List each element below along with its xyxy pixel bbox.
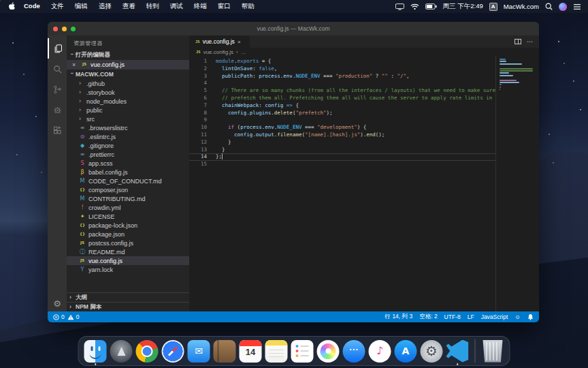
dock-icon-itunes[interactable]: ♪	[369, 340, 391, 363]
breadcrumb-file[interactable]: vue.config.js	[203, 49, 233, 55]
menu-item-8[interactable]: 窗口	[212, 2, 236, 11]
encoding[interactable]: UTF-8	[444, 313, 461, 320]
project-root-section[interactable]: › MACWK.COM	[67, 70, 189, 79]
tree-file-crowdin.yml[interactable]: !crowdin.yml	[67, 203, 189, 212]
split-editor-icon[interactable]	[514, 39, 521, 44]
dock-icon-appstore[interactable]: A	[395, 340, 417, 363]
indentation[interactable]: 空格: 2	[419, 313, 437, 321]
problems-errors[interactable]: 0	[53, 313, 65, 320]
tree-folder-.github[interactable]: ›.github	[67, 79, 189, 88]
file-name: composer.json	[88, 187, 128, 194]
tree-file-app.scss[interactable]: Sapp.scss	[67, 159, 189, 168]
code-line-5: 5 // There are so many chunks (from all …	[189, 87, 539, 95]
dock-icon-reminders[interactable]	[291, 340, 314, 363]
tree-file-package-lock.json[interactable]: {}package-lock.json	[67, 221, 189, 230]
tree-file-package.json[interactable]: {}package.json	[67, 230, 189, 239]
menu-item-4[interactable]: 查看	[117, 2, 141, 11]
dock-icon-chrome[interactable]	[136, 340, 159, 363]
eol-sequence[interactable]: LF	[468, 313, 474, 320]
tab-vue-config[interactable]: JS vue.config.js ×	[189, 35, 250, 48]
language-mode[interactable]: JavaScript	[481, 313, 508, 320]
dock-icon-mail[interactable]: ✉	[188, 340, 210, 363]
tree-file-postcss.config.js[interactable]: JSpostcss.config.js	[67, 239, 189, 247]
dock-icon-launchpad[interactable]	[110, 340, 133, 363]
search-icon[interactable]	[48, 59, 67, 79]
dock-icon-photos[interactable]	[317, 340, 340, 363]
dock-icon-messages[interactable]: ···	[343, 340, 365, 363]
breadcrumb-more[interactable]: …	[241, 49, 246, 55]
license-file-icon: ✦	[79, 214, 86, 219]
spotlight-search-icon[interactable]	[545, 3, 553, 10]
open-editor-item[interactable]: × JS vue.config.js	[67, 60, 189, 70]
tree-file-composer.json[interactable]: {}composer.json	[67, 185, 189, 194]
display-menu-icon[interactable]	[395, 3, 404, 10]
extensions-icon[interactable]	[48, 120, 67, 140]
close-tab-icon[interactable]: ×	[238, 39, 244, 45]
tree-folder-public[interactable]: ›public	[67, 106, 189, 114]
open-editors-section[interactable]: › 打开的编辑器	[67, 50, 189, 60]
tree-file-.browserslistrc[interactable]: ≡.browserslistrc	[67, 123, 189, 132]
menu-item-7[interactable]: 终端	[189, 2, 212, 11]
minimap-line	[500, 80, 517, 81]
menu-item-app[interactable]: Code	[18, 2, 46, 11]
source-control-icon[interactable]	[48, 79, 67, 99]
tree-file-LICENSE[interactable]: ✦LICENSE	[67, 212, 189, 221]
battery-menu-icon[interactable]	[425, 3, 437, 10]
json-file-icon: {}	[79, 232, 86, 236]
minimap[interactable]	[495, 56, 539, 311]
notifications-bell-icon[interactable]	[527, 313, 534, 320]
dock-icon-calendar[interactable]: 14	[240, 340, 262, 363]
tree-file-.eslintrc.js[interactable]: ⊙.eslintrc.js	[67, 132, 189, 141]
input-method-icon[interactable]: A	[489, 3, 497, 11]
dock-icon-trash[interactable]	[482, 340, 504, 363]
markdown-file-icon: M	[79, 196, 86, 202]
tree-file-README.md[interactable]: ⓘREADME.md	[67, 247, 189, 256]
menu-item-3[interactable]: 选择	[93, 2, 117, 11]
tree-folder-.storybook[interactable]: ›.storybook	[67, 88, 189, 97]
section-大纲[interactable]: ›大纲	[67, 292, 189, 302]
dock-icon-safari[interactable]	[162, 340, 184, 363]
dock-icon-finder[interactable]	[84, 340, 107, 363]
wifi-menu-icon[interactable]	[410, 3, 419, 10]
tree-folder-src[interactable]: ›src	[67, 114, 189, 123]
menu-item-2[interactable]: 编辑	[69, 2, 93, 11]
tree-file-.prettierrc[interactable]: ≡.prettierrc	[67, 150, 189, 159]
tree-file-.gitignore[interactable]: ◆.gitignore	[67, 141, 189, 150]
debug-icon[interactable]	[48, 99, 67, 120]
problems-warnings[interactable]: 0	[67, 313, 80, 320]
tree-file-vue.config.js[interactable]: JSvue.config.js	[67, 256, 189, 265]
open-editors-label: 打开的编辑器	[76, 51, 110, 59]
window-titlebar[interactable]: vue.config.js — MacWk.com	[48, 22, 539, 35]
menubar-clock[interactable]: 周三 下午2:49	[443, 2, 483, 11]
explorer-icon[interactable]	[48, 38, 67, 59]
dock-icon-contacts[interactable]	[214, 340, 236, 363]
menubar-brand[interactable]: MacWk.com	[504, 3, 539, 10]
cursor-position[interactable]: 行 14, 列 3	[385, 313, 413, 321]
more-actions-icon[interactable]: ⋯	[527, 38, 534, 45]
menu-item-6[interactable]: 调试	[165, 2, 189, 11]
close-icon[interactable]: ×	[72, 61, 78, 68]
config-file-icon: ≡	[79, 125, 86, 131]
dock-icon-sysprefs[interactable]: ⚙	[421, 340, 443, 363]
section-NPM 脚本[interactable]: ›NPM 脚本	[67, 302, 189, 311]
menu-item-1[interactable]: 文件	[46, 2, 69, 11]
breadcrumb[interactable]: JS vue.config.js › …	[189, 48, 539, 56]
dock-icon-notes[interactable]	[265, 340, 288, 363]
tree-file-CODE_OF_CONDUCT.md[interactable]: MCODE_OF_CONDUCT.md	[67, 177, 189, 185]
notification-center-icon[interactable]	[573, 3, 581, 10]
code-text: };	[207, 153, 223, 161]
tree-file-CONTRIBUTING.md[interactable]: MCONTRIBUTING.md	[67, 194, 189, 203]
sysprefs-glyph-icon: ⚙	[425, 344, 438, 358]
menu-item-9[interactable]: 帮助	[236, 2, 260, 11]
code-text: config.output.filename("[name].[hash].js…	[207, 132, 385, 139]
menu-item-5[interactable]: 转到	[141, 2, 165, 11]
code-editor[interactable]: 1module.exports = {2 lintOnSave: false,3…	[189, 56, 539, 311]
dock-icon-vscode[interactable]	[446, 340, 469, 363]
tree-folder-node_modules[interactable]: ›node_modules	[67, 97, 189, 106]
apple-menu-icon[interactable]	[8, 2, 16, 11]
tree-file-babel.config.js[interactable]: βbabel.config.js	[67, 168, 189, 177]
manage-gear-icon[interactable]: ⚙	[48, 298, 67, 309]
feedback-smiley-icon[interactable]: ☺	[514, 313, 521, 320]
siri-icon[interactable]	[559, 3, 567, 11]
tree-file-yarn.lock[interactable]: Yyarn.lock	[67, 265, 189, 274]
